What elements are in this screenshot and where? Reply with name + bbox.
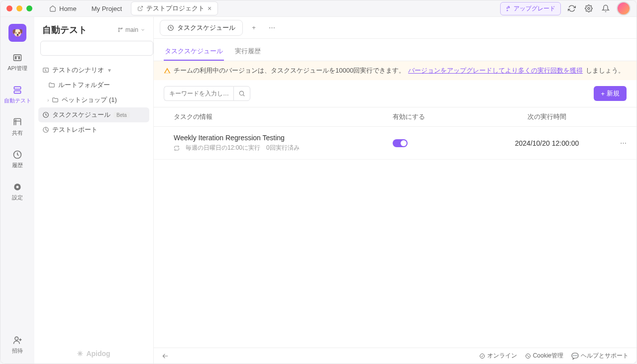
window-controls [6,5,32,11]
status-online[interactable]: オンライン [479,352,517,360]
beta-badge: Beta [113,112,130,118]
task-runs: 0回実行済み [266,144,300,152]
branch-selector[interactable]: main [117,26,145,33]
next-run-time: 2024/10/20 12:00:00 [492,139,602,147]
table-header: タスクの情報 有効にする 次の実行時間 [154,107,637,127]
tree-report[interactable]: テストレポート [38,122,149,137]
rail-label: 共有 [12,129,23,137]
scenarios-label: テストのシナリオ [52,66,104,75]
window-close[interactable] [6,5,12,11]
new-button[interactable]: + 新規 [594,86,627,101]
scenarios-icon [42,67,49,74]
task-table: タスクの情報 有効にする 次の実行時間 Weekly Iteration Reg… [154,107,637,348]
tree-scenarios[interactable]: テストのシナリオ ▼ [38,63,149,78]
toolbar: + 新規 [154,80,637,107]
tree-schedule[interactable]: タスクスケジュール Beta [38,107,149,122]
window-maximize[interactable] [26,5,32,11]
table-row[interactable]: Weekly Iteration Regression Testing 毎週の日… [154,127,637,160]
svg-point-21 [527,355,528,356]
schedule-label: タスクスケジュール [52,110,110,119]
svg-point-19 [480,354,484,358]
svg-point-16 [167,72,167,72]
branch-icon [117,27,123,33]
svg-point-9 [118,31,119,32]
rail-label: 自動テスト [4,97,31,104]
tab-project[interactable]: My Project [86,3,128,14]
tab-test-project[interactable]: テストプロジェクト × [131,1,218,15]
close-icon[interactable]: × [208,4,212,12]
chevron-down-icon: ▼ [107,68,112,73]
subtab-schedule[interactable]: タスクスケジュール [164,43,224,61]
rail-label: API管理 [7,65,27,72]
tab-label: テストプロジェクト [146,4,205,13]
tree-root-folder[interactable]: ルートフォルダー [38,78,149,92]
row-more-button[interactable]: ⋯ [602,139,627,147]
workspace-avatar[interactable]: 🐶 [8,24,26,42]
rail-share[interactable]: 共有 [0,115,34,139]
svg-rect-17 [167,70,167,71]
online-icon [479,353,485,359]
settings-icon [12,182,22,192]
online-label: オンライン [487,352,517,360]
keyword-input[interactable] [164,86,233,101]
sidebar-search-input[interactable] [40,41,153,56]
svg-point-7 [15,337,18,340]
report-label: テストレポート [52,125,98,134]
svg-rect-1 [14,55,21,61]
folder-label: ペットショップ (1) [62,95,117,104]
tree-folder-petshop[interactable]: › ペットショップ (1) [38,92,149,107]
notifications-button[interactable] [600,2,612,14]
titlebar: Home My Project テストプロジェクト × アップグレード [0,0,637,17]
plus-icon: + [601,90,605,97]
autotest-icon [12,85,22,95]
new-label: 新規 [607,89,620,98]
svg-point-20 [526,354,530,358]
svg-point-22 [528,356,529,357]
brand-label: Apidog [86,350,110,358]
rail-history[interactable]: 履歴 [0,148,34,171]
statusbar: オンライン Cookie管理 💬 ヘルプとサポート [154,348,637,364]
root-folder-label: ルートフォルダー [58,81,110,90]
add-tab-button[interactable]: + [247,21,261,35]
more-tabs-button[interactable]: ⋯ [265,21,279,35]
subtab-history[interactable]: 実行履歴 [234,43,262,61]
user-avatar[interactable] [617,1,631,15]
history-icon [12,150,22,160]
rail-label: 履歴 [12,162,23,169]
collapse-sidebar-button[interactable] [162,353,471,360]
rocket-icon [506,5,512,11]
branch-name: main [125,26,138,33]
window-minimize[interactable] [16,5,22,11]
upgrade-button[interactable]: アップグレード [500,2,561,15]
status-cookie[interactable]: Cookie管理 [525,352,563,360]
sidebar-brand: ✳ Apidog [34,344,153,364]
clock-icon [167,24,174,31]
folder-icon [48,82,55,89]
nav-rail: 🐶 API管理 自動テスト 共有 [0,17,34,364]
page-tab-schedule[interactable]: タスクスケジュール [160,20,243,36]
folder-icon [52,96,59,103]
upgrade-banner: チームの利用中のバージョンは、タスクスケジュールを10000回実行できます。 バ… [154,61,637,80]
main-content: タスクスケジュール + ⋯ タスクスケジュール 実行履歴 チームの利用中のバージ… [154,17,637,364]
sidebar-title: 自動テスト [42,24,87,36]
report-icon [42,126,49,133]
external-link-icon [137,5,143,11]
rail-invite[interactable]: 招待 [0,333,34,357]
enable-toggle[interactable] [393,139,408,147]
rail-autotest[interactable]: 自動テスト [0,83,34,106]
rail-settings[interactable]: 設定 [0,180,34,203]
status-help[interactable]: 💬 ヘルプとサポート [571,352,629,360]
refresh-button[interactable] [566,2,578,14]
chevron-down-icon [140,27,145,32]
help-icon: 💬 [571,353,579,360]
tab-home[interactable]: Home [43,3,83,14]
cookie-icon [525,353,531,359]
cookie-label: Cookie管理 [533,352,563,360]
sidebar-tree: テストのシナリオ ▼ ルートフォルダー › ペットショップ (1) [34,61,153,344]
banner-link[interactable]: バージョンをアップグレードしてより多くの実行回数を獲得 [408,66,583,75]
keyword-search-button[interactable] [233,86,250,101]
settings-button[interactable] [583,2,595,14]
rail-api[interactable]: API管理 [0,51,34,74]
svg-point-0 [588,7,590,9]
banner-text: チームの利用中のバージョンは、タスクスケジュールを10000回実行できます。 [174,66,405,75]
